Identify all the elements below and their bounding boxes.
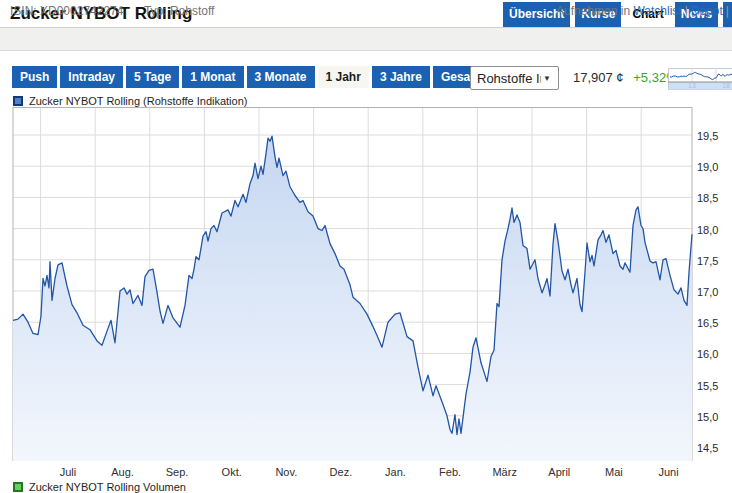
watchlist-line: Aufnehmen in Watchlist|Depot|Börse xyxy=(556,4,732,18)
price-series-legend: Zucker NYBOT Rolling (Rohstoffe Indikati… xyxy=(13,95,247,107)
x-tick: März xyxy=(492,466,516,478)
y-tick: 19,0 xyxy=(697,161,718,173)
typ-label: Typ: xyxy=(144,4,167,18)
spark-label: 18 xyxy=(722,82,730,89)
isin-line: ISIN: XD0002742274 Typ: Rohstoff xyxy=(10,4,214,18)
chevron-down-icon: ▼ xyxy=(543,74,551,83)
y-tick: 16,0 xyxy=(697,348,718,360)
period-push[interactable]: Push xyxy=(12,66,57,88)
period-intraday[interactable]: Intraday xyxy=(60,66,123,88)
y-tick: 18,0 xyxy=(697,224,718,236)
isin-label: ISIN: xyxy=(10,4,37,18)
x-tick: Okt. xyxy=(222,466,242,478)
period-1-monat[interactable]: 1 Monat xyxy=(182,66,243,88)
period-5-tage[interactable]: 5 Tage xyxy=(126,66,179,88)
x-tick: Dez. xyxy=(330,466,353,478)
price-series-swatch-icon xyxy=(13,96,23,106)
y-tick: 19,5 xyxy=(697,130,718,142)
x-tick: Juli xyxy=(60,466,77,478)
typ-value: Rohstoff xyxy=(170,4,214,18)
x-tick: Jan. xyxy=(385,466,406,478)
x-tick: April xyxy=(548,466,570,478)
y-tick: 17,0 xyxy=(697,286,718,298)
quote: 17,907 ¢ +5,32% xyxy=(573,70,678,85)
period-1-jahr[interactable]: 1 Jahr xyxy=(318,66,369,88)
x-tick: Mai xyxy=(605,466,623,478)
period-3-monate[interactable]: 3 Monate xyxy=(247,66,315,88)
volume-series-swatch-icon xyxy=(13,482,23,492)
link-watchlist[interactable]: Watchlist xyxy=(633,4,681,18)
x-tick: Sep. xyxy=(166,466,189,478)
y-tick: 18,5 xyxy=(697,192,718,204)
subheader-bar xyxy=(0,27,732,51)
last-price: 17,907 ¢ xyxy=(573,70,624,85)
page: Zucker NYBOT Rolling ÜbersichtKurseChart… xyxy=(0,0,732,493)
volume-series-legend: Zucker NYBOT Rolling Volumen xyxy=(13,481,186,493)
price-chart: 19,519,018,518,017,517,016,516,015,515,0… xyxy=(0,107,732,479)
spark-label: 13 xyxy=(688,82,696,89)
y-tick: 14,5 xyxy=(697,442,718,454)
y-tick: 15,5 xyxy=(697,380,718,392)
instrument-select-value: Rohstoffe In xyxy=(477,71,541,86)
price-chart-svg[interactable] xyxy=(0,107,732,462)
watch-prefix: Aufnehmen in xyxy=(556,4,630,18)
x-tick: Feb. xyxy=(439,466,461,478)
period-3-jahre[interactable]: 3 Jahre xyxy=(372,66,430,88)
volume-series-label: Zucker NYBOT Rolling Volumen xyxy=(29,481,186,493)
period-buttons: PushIntraday5 Tage1 Monat3 Monate1 Jahr3… xyxy=(12,66,493,88)
x-tick: Juni xyxy=(658,466,678,478)
link-depot[interactable]: Depot xyxy=(691,4,723,18)
isin-value: XD0002742274 xyxy=(40,4,123,18)
x-tick: Nov. xyxy=(275,466,297,478)
link-separator: | xyxy=(723,4,732,18)
y-tick: 16,5 xyxy=(697,317,718,329)
price-series-label: Zucker NYBOT Rolling (Rohstoffe Indikati… xyxy=(29,95,247,107)
mini-chart-thumbnail[interactable]: 1318 xyxy=(668,68,732,90)
link-separator: | xyxy=(682,4,691,18)
instrument-select[interactable]: Rohstoffe In ▼ xyxy=(470,66,559,90)
y-tick: 15,0 xyxy=(697,411,718,423)
y-tick: 17,5 xyxy=(697,255,718,267)
watch-links: Watchlist|Depot|Börse xyxy=(633,4,732,18)
x-tick: Aug. xyxy=(111,466,134,478)
